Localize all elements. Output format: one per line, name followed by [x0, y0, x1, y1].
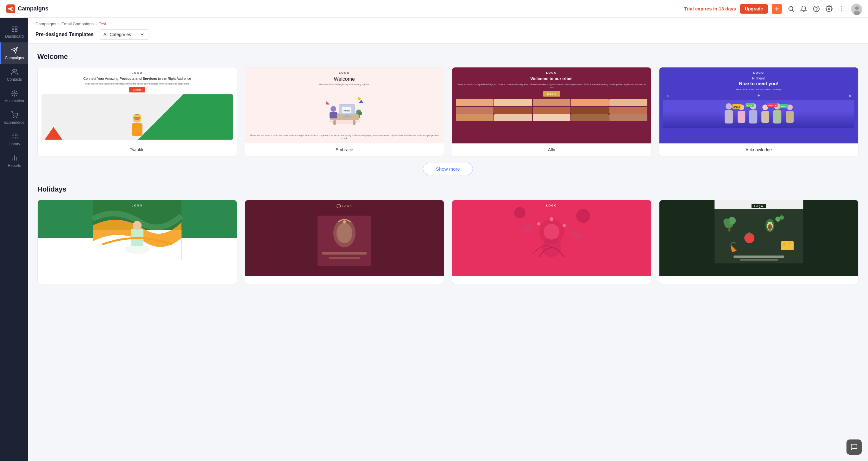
chevron-down-icon	[140, 32, 145, 37]
svg-rect-29	[353, 120, 355, 125]
settings-icon[interactable]	[826, 5, 833, 12]
svg-point-86	[550, 217, 553, 221]
svg-point-100	[783, 243, 785, 246]
subnav: Campaigns › Email Campaigns › Test Pre-d…	[28, 18, 868, 44]
breadcrumb: Campaigns › Email Campaigns › Test	[35, 22, 860, 26]
add-button[interactable]	[772, 4, 782, 14]
chat-button[interactable]	[846, 439, 862, 455]
template-card-holiday-1[interactable]: LOGO	[37, 200, 237, 284]
show-more-wrap: Show more	[37, 163, 859, 175]
twinkle-name: Twinkle	[38, 144, 237, 156]
sidebar-item-automation[interactable]: Automation	[0, 86, 28, 107]
breadcrumb-test: Test	[99, 22, 106, 26]
svg-rect-12	[12, 29, 13, 31]
template-card-holiday-2[interactable]: LOGO	[245, 200, 444, 284]
template-card-acknowledge[interactable]: LOGO Hi there! Nice to meet you! We're t…	[659, 67, 859, 156]
svg-rect-44	[724, 110, 733, 123]
content-area: Welcome LOGO Connect Your Amazing Produc…	[28, 44, 868, 299]
ally-desc: Today, our mission to impart knowledge a…	[456, 83, 647, 89]
template-card-twinkle[interactable]: LOGO Connect Your Amazing Products and S…	[37, 67, 237, 156]
show-more-button[interactable]: Show more	[423, 163, 473, 175]
top-navigation: Campaigns Trial expires in 13 days Upgra…	[0, 0, 868, 18]
holiday-1-preview: LOGO	[38, 200, 237, 276]
face-4	[571, 99, 609, 106]
svg-rect-39	[359, 115, 360, 118]
svg-text:HOLA: HOLA	[781, 106, 787, 107]
embrace-tagline: We think this is the beginning of someth…	[319, 83, 369, 86]
topnav-icons	[772, 3, 862, 14]
svg-rect-50	[761, 111, 769, 123]
template-card-embrace[interactable]: LOGO Welcome We think this is the beginn…	[245, 67, 444, 156]
ally-faces	[456, 99, 647, 121]
svg-point-4	[841, 6, 842, 7]
embrace-logo: LOGO	[339, 71, 350, 74]
template-card-ally[interactable]: LOGO Welcome to our tribe! Today, our mi…	[452, 67, 651, 156]
sidebar-item-dashboard[interactable]: Dashboard	[0, 21, 28, 42]
svg-point-92	[723, 218, 730, 225]
template-card-holiday-4[interactable]: Logo Logo	[659, 200, 859, 284]
sidebar-item-reports[interactable]: Reports	[0, 150, 28, 172]
upgrade-button[interactable]: Upgrade	[740, 4, 768, 13]
holidays-templates-grid: LOGO	[37, 200, 859, 284]
automation-icon	[10, 89, 19, 97]
main-content: Campaigns › Email Campaigns › Test Pre-d…	[28, 18, 868, 461]
svg-rect-28	[333, 120, 336, 125]
template-card-holiday-3[interactable]: LOGO	[452, 200, 651, 284]
sidebar-item-ecommerce[interactable]: Ecommerce	[0, 107, 28, 128]
welcome-templates-grid: LOGO Connect Your Amazing Products and S…	[37, 67, 859, 156]
svg-rect-99	[781, 241, 794, 250]
sidebar-item-library[interactable]: Library	[0, 128, 28, 150]
ally-cta[interactable]: Explore	[543, 91, 560, 97]
ack-logo: LOGO	[753, 71, 765, 74]
breadcrumb-campaigns[interactable]: Campaigns	[35, 22, 56, 26]
svg-rect-11	[15, 26, 17, 28]
ally-logo: LOGO	[546, 71, 557, 74]
face-12	[494, 114, 532, 121]
megaphone-icon	[6, 4, 15, 13]
svg-point-3	[828, 8, 830, 10]
holiday-4-preview: Logo Logo	[659, 200, 859, 276]
sidebar-label-dashboard: Dashboard	[5, 34, 24, 39]
svg-text:CIAO: CIAO	[747, 105, 752, 107]
svg-rect-31	[345, 115, 348, 117]
holidays-section-title: Holidays	[37, 185, 859, 193]
ecommerce-icon	[10, 111, 19, 119]
svg-rect-32	[343, 117, 351, 118]
avatar[interactable]	[851, 3, 862, 14]
svg-point-103	[779, 215, 784, 220]
svg-point-84	[537, 222, 540, 225]
ack-decorations: ✕ ◆ ✕	[663, 93, 855, 98]
holiday3-name	[452, 276, 651, 284]
contacts-icon	[10, 68, 19, 76]
svg-rect-36	[330, 112, 337, 118]
twinkle-image	[41, 94, 233, 140]
face-14	[571, 114, 609, 121]
holiday2-name	[245, 276, 444, 284]
breadcrumb-email-campaigns[interactable]: Email Campaigns	[61, 22, 94, 26]
svg-point-83	[544, 224, 559, 240]
svg-rect-46	[738, 111, 745, 123]
face-9	[571, 107, 609, 114]
face-2	[494, 99, 532, 106]
search-icon[interactable]	[787, 5, 795, 12]
twinkle-cta[interactable]: Explore	[129, 87, 145, 92]
notifications-icon[interactable]	[800, 5, 807, 12]
more-options-icon[interactable]	[838, 5, 845, 12]
svg-rect-25	[133, 115, 141, 117]
sidebar-item-campaigns[interactable]: Campaigns	[0, 42, 28, 64]
holiday3-logo: LOGO	[546, 204, 557, 207]
svg-rect-48	[749, 110, 757, 123]
svg-rect-75	[329, 257, 360, 259]
svg-rect-95	[748, 233, 750, 236]
svg-point-5	[841, 8, 842, 9]
face-13	[533, 114, 570, 121]
acknowledge-name: Acknowledge	[659, 144, 859, 156]
app-logo: Campaigns	[6, 4, 49, 13]
ally-preview: LOGO Welcome to our tribe! Today, our mi…	[452, 67, 651, 144]
sidebar-item-contacts[interactable]: Contacts	[0, 64, 28, 86]
svg-text:HALLO: HALLO	[733, 106, 740, 108]
twinkle-triangle	[44, 127, 62, 140]
category-dropdown[interactable]: All Categories	[99, 29, 149, 39]
help-icon[interactable]	[813, 5, 820, 12]
svg-rect-54	[786, 111, 794, 123]
